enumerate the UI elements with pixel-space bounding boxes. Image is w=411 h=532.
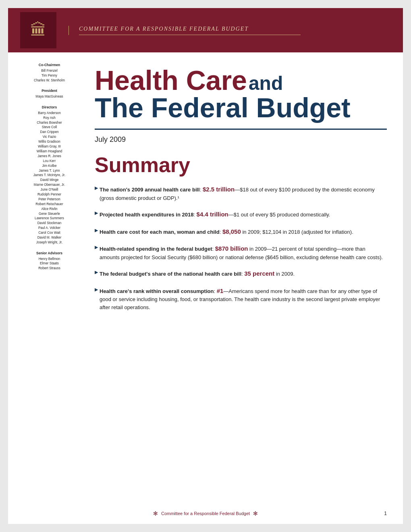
sidebar-section-cochairmen: Co-Chairmen Bill Frenzel Tim Penny Charl… [18,62,81,83]
bullet-arrow-6: ▶ [95,287,98,292]
title-divider [95,129,387,130]
director-james-mcintyre: James T. McIntyre, Jr. [18,173,81,178]
senior-advisors-label: Senior Advisors [18,251,81,256]
co-chairman-3: Charles W. Stenholm [18,78,81,83]
summary-heading: Summary [95,153,387,177]
director-james-jones: James R. Jones [18,154,81,159]
bullet-row-5: ▶ The federal budget's share of the nati… [95,269,387,278]
directors-label: Directors [18,105,81,110]
co-chairmen-label: Co-Chairmen [18,62,81,68]
bullet-text-4: Health-related spending in the federal b… [100,244,387,261]
sidebar-section-senior-advisors: Senior Advisors Henry Bellmon Elmer Staa… [18,251,81,271]
title-federal-budget: The Federal Budget [95,92,351,123]
bullet-arrow-2: ▶ [95,210,98,216]
page: 🏛 Committee for a Responsible Federal Bu… [8,8,403,524]
director-william-hoagland: William Hoagland [18,149,81,154]
advisor-henry-bellmon: Henry Bellmon [18,257,81,262]
bullet-row-1: ▶ The nation's 2009 annual health care b… [95,185,387,202]
director-dan-crippen: Dan Crippen [18,130,81,135]
bullet-arrow-3: ▶ [95,228,98,233]
header-banner: 🏛 Committee for a Responsible Federal Bu… [8,8,403,52]
director-jim-kolbe: Jim Kolbe [18,164,81,168]
bullet-text-3: Health care cost for each man, woman and… [100,227,353,237]
bullet-3: ▶ Health care cost for each man, woman a… [95,227,387,237]
sidebar-section-directors: Directors Barry Anderson Roy Ash Charles… [18,105,81,245]
director-david-walker: David M. Walker [18,235,81,240]
content-wrapper: Co-Chairmen Bill Frenzel Tim Penny Charl… [8,52,403,329]
bullet-4: ▶ Health-related spending in the federal… [95,244,387,261]
bullet-text-6: Health care's rank within overall consum… [100,287,387,312]
title-line2: The Federal Budget [95,94,387,121]
president-label: President [18,88,81,94]
title-health-care: Health Care [95,65,247,96]
header-divider [79,35,301,35]
bullet-arrow-5: ▶ [95,270,98,275]
bullet-arrow-4: ▶ [95,245,98,250]
advisor-robert-strauss: Robert Strauss [18,266,81,271]
bullet-row-2: ▶ Projected health expenditures in 2018:… [95,210,387,219]
header-title-area: Committee for a Responsible Federal Budg… [68,26,301,35]
director-lou-kerr: Lou Kerr [18,159,81,164]
director-david-minge: David Minge [18,178,81,183]
header-org-name: Committee for a Responsible Federal Budg… [79,26,301,32]
bullet-text-2: Projected health expenditures in 2018: $… [100,210,330,219]
bullet-1: ▶ The nation's 2009 annual health care b… [95,185,387,202]
bullet-5: ▶ The federal budget's share of the nati… [95,269,387,278]
director-paul-volcker: Paul A. Volcker [18,226,81,231]
bullet-row-3: ▶ Health care cost for each man, woman a… [95,227,387,237]
footer-star-right: ✻ [253,510,258,517]
bullet-arrow-1: ▶ [95,185,98,191]
logo-box: 🏛 [20,12,56,48]
director-robert-reischauer: Robert Reischauer [18,202,81,207]
director-william-gray: William Gray, III [18,144,81,149]
title-and: and [249,73,283,94]
director-charles-bowsher: Charles Bowsher [18,121,81,125]
title-line1: Health Care and [95,66,387,94]
bullet-2: ▶ Projected health expenditures in 2018:… [95,210,387,219]
footer-star-left: ✻ [153,510,158,517]
bullet-text-1: The nation's 2009 annual health care bil… [100,185,387,202]
director-steve-coll: Steve Coll [18,125,81,130]
director-rudolph-penner: Rudolph Penner [18,192,81,197]
president-name: Maya MacGuineas [18,94,81,99]
bullet-text-5: The federal budget's share of the nation… [100,269,295,278]
director-barry-anderson: Barry Anderson [18,111,81,116]
page-footer: ✻ Committee for a Responsible Federal Bu… [8,510,403,517]
advisor-elmer-staats: Elmer Staats [18,261,81,266]
main-content: Health Care and The Federal Budget July … [87,52,403,329]
director-lawrence-summers: Lawrence Summers [18,216,81,221]
bullet-6: ▶ Health care's rank within overall cons… [95,287,387,312]
director-marne-obernauer: Marne Obernauer, Jr. [18,183,81,187]
bullet-row-4: ▶ Health-related spending in the federal… [95,244,387,261]
date: July 2009 [95,135,387,144]
director-vic-fazio: Vic Fazio [18,135,81,139]
sidebar: Co-Chairmen Bill Frenzel Tim Penny Charl… [8,52,87,329]
director-peter-peterson: Peter Peterson [18,197,81,202]
footer-org-name: Committee for a Responsible Federal Budg… [161,511,250,516]
sidebar-section-president: President Maya MacGuineas [18,88,81,99]
co-chairman-2: Tim Penny [18,73,81,78]
director-david-stockman: David Stockman [18,221,81,226]
director-james-lynn: James T. Lynn [18,168,81,173]
bullet-row-6: ▶ Health care's rank within overall cons… [95,287,387,312]
director-carol-cox-wait: Carol Cox Wait [18,231,81,235]
director-alice-rivlin: Alice Rivlin [18,207,81,212]
director-willis-gradison: Willis Gradison [18,139,81,144]
co-chairman-1: Bill Frenzel [18,69,81,73]
footer-page-number: 1 [384,511,387,516]
logo-icon: 🏛 [30,22,46,38]
director-gene-steuerle: Gene Steuerle [18,212,81,216]
director-roy-ash: Roy Ash [18,116,81,121]
director-june-oneill: June O'Neill [18,187,81,192]
director-joseph-wright: Joseph Wright, Jr. [18,240,81,245]
